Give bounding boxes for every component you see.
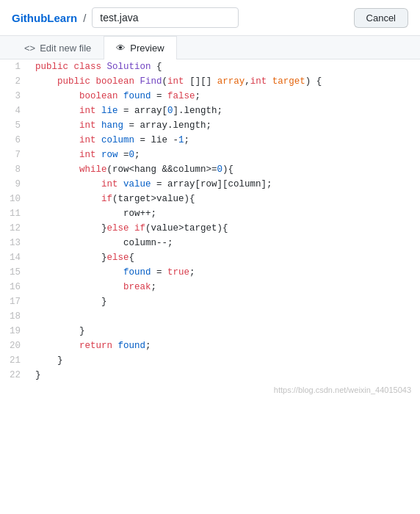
line-number: 18 xyxy=(0,309,29,324)
line-code: return found; xyxy=(29,339,420,353)
table-row: 6 int column = lie -1; xyxy=(0,133,420,148)
line-code xyxy=(29,309,420,324)
line-number: 11 xyxy=(0,206,29,221)
line-number: 13 xyxy=(0,236,29,250)
line-number: 4 xyxy=(0,104,29,118)
table-row: 20 return found; xyxy=(0,339,420,353)
table-row: 17 } xyxy=(0,294,420,309)
tab-preview-label: Preview xyxy=(130,43,164,54)
table-row: 7 int row =0; xyxy=(0,148,420,162)
line-number: 2 xyxy=(0,74,29,89)
line-code: public boolean Find(int [][] array,int t… xyxy=(29,74,420,89)
line-code: if(target>value){ xyxy=(29,192,420,206)
line-number: 21 xyxy=(0,353,29,368)
line-code: }else if(value>target){ xyxy=(29,221,420,236)
line-number: 6 xyxy=(0,133,29,148)
table-row: 15 found = true; xyxy=(0,265,420,280)
filename-input[interactable] xyxy=(92,7,239,28)
line-number: 3 xyxy=(0,89,29,104)
tab-edit-label: Edit new file xyxy=(40,43,91,54)
line-code: }else{ xyxy=(29,250,420,265)
line-code: int column = lie -1; xyxy=(29,133,420,148)
line-code: break; xyxy=(29,280,420,294)
tab-bar: <> Edit new file 👁 Preview xyxy=(0,36,420,59)
line-code: int value = array[row][column]; xyxy=(29,177,420,192)
table-row: 10 if(target>value){ xyxy=(0,192,420,206)
table-row: 3 boolean found = false; xyxy=(0,89,420,104)
table-row: 14 }else{ xyxy=(0,250,420,265)
header: GithubLearn / Cancel xyxy=(0,0,420,36)
table-row: 13 column--; xyxy=(0,236,420,250)
line-number: 1 xyxy=(0,59,29,74)
table-row: 4 int lie = array[0].length; xyxy=(0,104,420,118)
line-code: found = true; xyxy=(29,265,420,280)
line-code: } xyxy=(29,368,420,383)
repo-link[interactable]: GithubLearn xyxy=(12,12,77,24)
line-number: 7 xyxy=(0,148,29,162)
line-number: 5 xyxy=(0,118,29,133)
table-row: 18 xyxy=(0,309,420,324)
table-row: 1 public class Solution { xyxy=(0,59,420,74)
tab-preview[interactable]: 👁 Preview xyxy=(104,36,176,59)
line-number: 19 xyxy=(0,324,29,339)
line-number: 16 xyxy=(0,280,29,294)
line-number: 22 xyxy=(0,368,29,383)
table-row: 22 } xyxy=(0,368,420,383)
line-code: while(row<hang &&column>=0){ xyxy=(29,162,420,177)
line-code: boolean found = false; xyxy=(29,89,420,104)
line-number: 12 xyxy=(0,221,29,236)
table-row: 19 } xyxy=(0,324,420,339)
line-code: int hang = array.length; xyxy=(29,118,420,133)
table-row: 9 int value = array[row][column]; xyxy=(0,177,420,192)
line-code: } xyxy=(29,353,420,368)
line-number: 9 xyxy=(0,177,29,192)
code-table: 1 public class Solution { 2 public boole… xyxy=(0,59,420,383)
cancel-button[interactable]: Cancel xyxy=(354,8,408,28)
line-number: 20 xyxy=(0,339,29,353)
table-row: 12 }else if(value>target){ xyxy=(0,221,420,236)
table-row: 5 int hang = array.length; xyxy=(0,118,420,133)
table-row: 21 } xyxy=(0,353,420,368)
table-row: 11 row++; xyxy=(0,206,420,221)
line-number: 8 xyxy=(0,162,29,177)
line-number: 17 xyxy=(0,294,29,309)
preview-icon: 👁 xyxy=(116,43,126,54)
table-row: 8 while(row<hang &&column>=0){ xyxy=(0,162,420,177)
tab-edit[interactable]: <> Edit new file xyxy=(12,36,104,59)
path-separator: / xyxy=(83,12,86,24)
code-editor[interactable]: 1 public class Solution { 2 public boole… xyxy=(0,59,420,397)
line-number: 14 xyxy=(0,250,29,265)
table-row: 2 public boolean Find(int [][] array,int… xyxy=(0,74,420,89)
line-code: column--; xyxy=(29,236,420,250)
line-code: } xyxy=(29,294,420,309)
line-code: public class Solution { xyxy=(29,59,420,74)
edit-icon: <> xyxy=(24,43,35,54)
watermark: https://blog.csdn.net/weixin_44015043 xyxy=(0,383,420,397)
table-row: 16 break; xyxy=(0,280,420,294)
line-number: 15 xyxy=(0,265,29,280)
line-code: } xyxy=(29,324,420,339)
line-code: row++; xyxy=(29,206,420,221)
line-code: int lie = array[0].length; xyxy=(29,104,420,118)
line-number: 10 xyxy=(0,192,29,206)
line-code: int row =0; xyxy=(29,148,420,162)
